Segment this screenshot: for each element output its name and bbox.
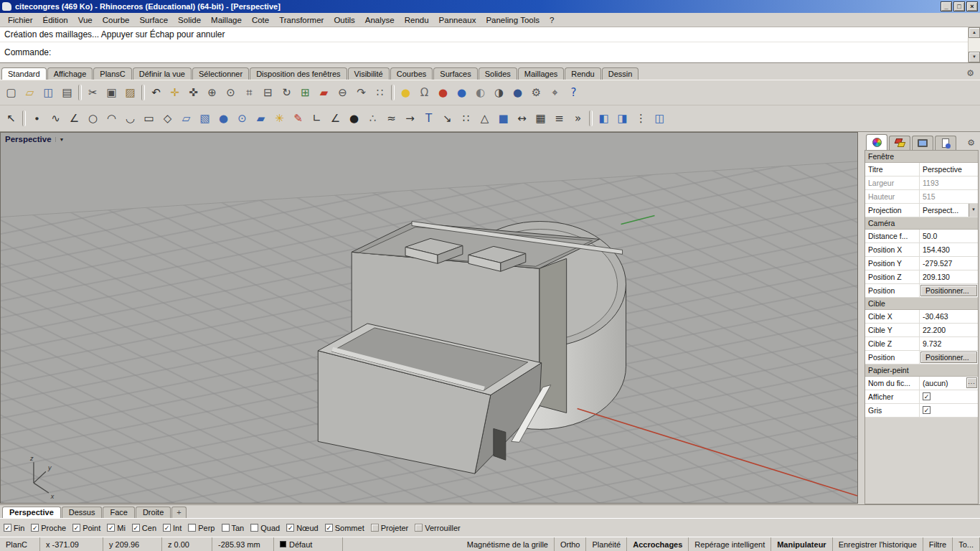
grid-table-icon[interactable]: ⊞ <box>296 84 314 102</box>
osnap-verrouiller[interactable]: Verrouiller <box>415 524 461 532</box>
arc-icon[interactable]: ◠ <box>103 110 121 128</box>
vptab-droite[interactable]: Droite <box>136 507 171 518</box>
checkbox-icon[interactable] <box>325 524 333 532</box>
checkbox-icon[interactable] <box>371 524 379 532</box>
lock-icon[interactable]: Ω <box>415 84 433 102</box>
viewport-canvas[interactable]: z y x <box>1 133 857 503</box>
viewport-menu-icon[interactable]: ▼ <box>55 137 65 142</box>
menu-item-aide[interactable]: ? <box>545 14 559 26</box>
row-cible-y[interactable]: Cible Y Cible Y 22.200 ▼ ... <box>865 324 978 337</box>
checkbox-icon[interactable] <box>31 524 39 532</box>
status-truncated[interactable]: To... <box>953 537 980 551</box>
dimension-icon[interactable]: ↔ <box>513 110 531 128</box>
command-history-line[interactable]: Création des maillages... Appuyer sur Éc… <box>0 27 980 42</box>
property-value[interactable]: -30.463 ▼ ... <box>920 310 978 323</box>
property-value[interactable]: (aucun) ▼ ... <box>920 377 978 390</box>
polyline-icon[interactable]: ∠ <box>65 110 83 128</box>
row-gris[interactable]: Gris Gris ▼ ... <box>865 404 978 418</box>
array-icon[interactable]: ∷ <box>457 110 475 128</box>
menu-item-solide[interactable]: Solide <box>173 14 206 26</box>
explode-icon[interactable]: ∴ <box>364 110 382 128</box>
row-position-y[interactable]: Position Y Position Y -279.527 ▼ ... <box>865 257 978 270</box>
zoom-window-icon[interactable]: ⌗ <box>240 84 258 102</box>
paste-icon[interactable]: ▨ <box>121 84 139 102</box>
vptab-face[interactable]: Face <box>103 507 134 518</box>
osnap-point[interactable]: Point <box>72 524 100 532</box>
checkbox-icon[interactable] <box>4 524 11 532</box>
checkbox-icon[interactable] <box>923 392 930 400</box>
solid-box-icon[interactable]: ■ <box>494 110 512 128</box>
tab-definir-la-vue[interactable]: Définir la vue <box>133 67 192 80</box>
command-scrollbar[interactable]: ▲ ▼ <box>968 27 980 62</box>
osnap-projeter[interactable]: Projeter <box>371 524 409 532</box>
render-icon[interactable]: ● <box>434 84 452 102</box>
status-y[interactable]: y 209.96 <box>103 537 162 551</box>
osnap-fin[interactable]: Fin <box>4 524 24 532</box>
zoom-previous-icon[interactable]: ⊖ <box>334 84 352 102</box>
menu-item-surface[interactable]: Surface <box>134 14 173 26</box>
tab-standard[interactable]: Standard <box>1 67 47 80</box>
curve-arc-icon[interactable]: ◡ <box>121 110 139 128</box>
row-cible-x[interactable]: Cible X Cible X -30.463 ▼ ... <box>865 310 978 324</box>
osnap-sommet[interactable]: Sommet <box>325 524 364 532</box>
rotate-view-icon[interactable]: ↻ <box>278 84 296 102</box>
property-value[interactable]: 1193 ▼ ... <box>920 176 978 189</box>
checkbox-icon[interactable] <box>415 524 423 532</box>
menu-item-outils[interactable]: Outils <box>329 14 359 26</box>
sphere-icon[interactable]: ● <box>215 110 232 128</box>
panel-tab-layers[interactable] <box>889 136 910 150</box>
point-icon[interactable]: ∙ <box>28 110 46 128</box>
osnap-perp[interactable]: Perp <box>188 524 215 532</box>
tab-row-gear-icon[interactable]: ⚙ <box>962 68 979 80</box>
vptab-new[interactable]: + <box>171 507 186 518</box>
status-z[interactable]: z 0.00 <box>162 537 212 551</box>
checkbox-icon[interactable] <box>923 406 930 414</box>
tab-disposition-fenetres[interactable]: Disposition des fenêtres <box>250 67 347 80</box>
status-layer[interactable]: Défaut <box>274 537 343 551</box>
drop-icon[interactable]: ● <box>345 110 363 128</box>
tab-rendu[interactable]: Rendu <box>565 67 600 80</box>
row-titre[interactable]: Titre Titre Perspective ▼ ... <box>865 163 978 176</box>
copy-icon[interactable]: ▣ <box>103 84 121 102</box>
vptab-perspective[interactable]: Perspective <box>2 507 61 518</box>
tab-visibilite[interactable]: Visibilité <box>348 67 390 80</box>
scroll-down-icon[interactable]: ▼ <box>969 52 980 62</box>
panel-tab-properties[interactable] <box>866 134 887 150</box>
row-position-z[interactable]: Position Z Position Z 209.130 ▼ ... <box>865 270 978 284</box>
browse-icon[interactable]: ... <box>966 377 977 388</box>
sphere-blue-icon[interactable]: ● <box>509 84 527 102</box>
osnap-noeud[interactable]: Nœud <box>286 524 319 532</box>
paneling-tools-icon[interactable]: ✳ <box>270 110 288 128</box>
car-icon[interactable]: ▰ <box>315 84 333 102</box>
row-nom-fichier[interactable]: Nom du fic... Nom du fic... (aucun) ▼ ..… <box>865 377 978 390</box>
row-afficher[interactable]: Afficher Afficher ▼ ... <box>865 390 978 404</box>
checkbox-icon[interactable] <box>250 524 258 532</box>
print-icon[interactable]: ▤ <box>58 84 76 102</box>
panel-tab-help[interactable] <box>935 136 956 150</box>
lamp-icon[interactable]: ● <box>397 84 415 102</box>
status-x[interactable]: x -371.09 <box>40 537 103 551</box>
status-osnap[interactable]: Accrochages <box>627 537 689 551</box>
row-largeur[interactable]: Largeur Largeur 1193 ▼ ... <box>865 176 978 190</box>
extend-icon[interactable]: → <box>401 110 419 128</box>
menu-item-rendu[interactable]: Rendu <box>400 14 434 26</box>
property-value[interactable]: ▼ ... <box>920 404 978 417</box>
zoom-in-icon[interactable]: ⊕ <box>203 84 221 102</box>
open-file-icon[interactable]: ▱ <box>21 84 39 102</box>
circle-icon[interactable]: ○ <box>84 110 102 128</box>
axes-icon[interactable]: ⌖ <box>546 84 564 102</box>
freeform-curve-icon[interactable]: ∿ <box>47 110 65 128</box>
select-arrow-icon[interactable]: ↖ <box>2 110 20 128</box>
surface-icon[interactable]: ▱ <box>177 110 195 128</box>
menu-item-paneling-tools[interactable]: Paneling Tools <box>481 14 545 26</box>
zoom-dynamic-icon[interactable]: ⊙ <box>222 84 240 102</box>
viewport-perspective[interactable]: z y x Perspective ▼ <box>0 132 858 504</box>
property-value[interactable]: Perspective ▼ ... <box>920 163 978 176</box>
panel-tab-display[interactable] <box>912 136 933 150</box>
osnap-quad[interactable]: Quad <box>250 524 280 532</box>
dropdown-icon[interactable]: ▼ <box>969 204 978 217</box>
analyze-icon[interactable]: △ <box>476 110 494 128</box>
property-value[interactable]: Positionner... ▼ ... <box>920 285 977 296</box>
gear-icon[interactable]: ⚙ <box>527 84 545 102</box>
restore-button[interactable]: □ <box>953 1 965 11</box>
